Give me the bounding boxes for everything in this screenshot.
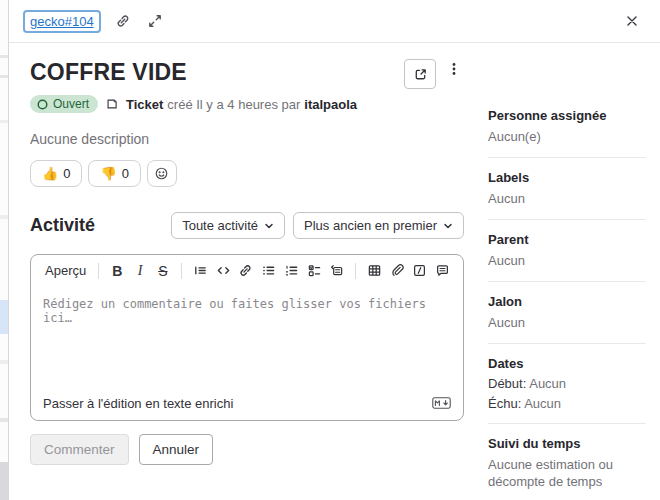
dates-label: Dates — [488, 356, 646, 371]
issue-sidebar: Personne assignée Aucun(e) Labels Aucun … — [464, 59, 646, 500]
activity-heading: Activité — [30, 215, 163, 236]
comment-actions: Commenter Annuler — [30, 434, 464, 465]
issue-reference-link[interactable]: gecko#104 — [23, 10, 101, 33]
background-page-sliver — [0, 0, 9, 500]
assignee-label: Personne assignée — [488, 108, 646, 123]
expand-drawer-button[interactable] — [145, 11, 165, 31]
milestone-label: Jalon — [488, 294, 646, 309]
open-in-full-view-button[interactable] — [404, 59, 436, 89]
bullet-list-button[interactable] — [258, 259, 279, 283]
start-date-label: Début: — [488, 376, 526, 391]
thumbs-up-count: 0 — [63, 166, 70, 181]
issue-main-column: COFFRE VIDE — [21, 59, 464, 500]
chevron-down-icon — [264, 221, 274, 231]
sidebar-section-milestone[interactable]: Jalon Aucun — [488, 282, 646, 344]
created-text: créé Il y a 4 heures par — [167, 97, 300, 112]
numbered-list-button[interactable] — [281, 259, 302, 283]
activity-filter-label: Toute activité — [182, 218, 258, 233]
smiley-icon — [154, 166, 169, 181]
award-emoji-row: 👍 0 👎 0 — [30, 160, 464, 187]
editor-toolbar: Aperçu B I S — [31, 255, 463, 286]
author-name[interactable]: italpaola — [304, 97, 357, 112]
markdown-icon — [432, 397, 451, 409]
issue-type-label: Ticket — [126, 97, 163, 112]
table-icon — [367, 263, 382, 278]
bullet-list-icon — [261, 263, 276, 278]
close-drawer-button[interactable] — [620, 9, 644, 33]
kebab-menu-icon — [447, 61, 461, 77]
status-badge: Ouvert — [30, 95, 98, 113]
close-icon — [624, 13, 640, 29]
milestone-value: Aucun — [488, 314, 646, 331]
comment-editor: Aperçu B I S — [30, 254, 464, 421]
cancel-button[interactable]: Annuler — [139, 434, 214, 465]
activity-sort-label: Plus ancien en premier — [304, 218, 437, 233]
slash-command-icon — [412, 263, 427, 278]
sidebar-section-parent[interactable]: Parent Aucun — [488, 220, 646, 282]
expand-icon — [147, 13, 163, 29]
sidebar-section-labels[interactable]: Labels Aucun — [488, 158, 646, 220]
parent-value: Aucun — [488, 252, 646, 269]
preview-button[interactable]: Aperçu — [41, 263, 90, 278]
comment-submit-button[interactable]: Commenter — [30, 434, 129, 465]
issue-drawer: gecko#104 — [9, 0, 660, 500]
link-icon — [238, 263, 253, 278]
strikethrough-button[interactable]: S — [153, 259, 174, 283]
open-in-full-icon — [413, 67, 428, 82]
code-icon — [216, 263, 231, 278]
quick-actions-button[interactable] — [410, 259, 431, 283]
blockquote-icon — [193, 263, 208, 278]
task-list-button[interactable] — [304, 259, 325, 283]
empty-description-text: Aucune description — [30, 131, 464, 147]
due-date-value: Aucun — [524, 396, 561, 411]
link-icon — [115, 13, 131, 29]
toolbar-divider — [181, 263, 182, 279]
italic-button[interactable]: I — [130, 259, 151, 283]
switch-to-rich-text-button[interactable]: Passer à l'édition en texte enrichi — [43, 396, 233, 411]
open-circle-icon — [36, 98, 49, 111]
time-tracking-value: Aucune estimation ou décompte de temps — [488, 456, 646, 490]
page-title: COFFRE VIDE — [30, 59, 404, 86]
due-date-row: Échu: Aucun — [488, 396, 646, 411]
activity-sort-dropdown[interactable]: Plus ancien en premier — [293, 212, 464, 239]
more-actions-button[interactable] — [444, 59, 464, 79]
blockquote-button[interactable] — [190, 259, 211, 283]
sidebar-section-dates[interactable]: Dates Début: Aucun Échu: Aucun — [488, 344, 646, 424]
bold-button[interactable]: B — [107, 259, 128, 283]
thumbs-up-icon: 👍 — [42, 166, 58, 181]
time-tracking-label: Suivi du temps — [488, 436, 646, 451]
toolbar-divider — [355, 263, 356, 279]
labels-label: Labels — [488, 170, 646, 185]
status-badge-label: Ouvert — [53, 97, 89, 111]
thumbs-up-button[interactable]: 👍 0 — [30, 160, 82, 187]
ticket-type-icon — [105, 97, 119, 111]
thumbs-down-count: 0 — [122, 166, 129, 181]
parent-label: Parent — [488, 232, 646, 247]
thumbs-down-button[interactable]: 👎 0 — [88, 160, 140, 187]
assignee-value: Aucun(e) — [488, 128, 646, 145]
due-date-label: Échu: — [488, 396, 521, 411]
numbered-list-icon — [284, 263, 299, 278]
activity-header-row: Activité Toute activité Plus ancien en p… — [30, 212, 464, 239]
attach-file-button[interactable] — [387, 259, 408, 283]
code-button[interactable] — [213, 259, 234, 283]
comment-template-icon — [435, 263, 450, 278]
sidebar-section-time-tracking[interactable]: Suivi du temps Aucune estimation ou déco… — [488, 424, 646, 500]
editor-footer: Passer à l'édition en texte enrichi — [31, 392, 463, 420]
paperclip-icon — [390, 263, 405, 278]
issue-meta-row: Ouvert Ticket créé Il y a 4 heures par i… — [30, 95, 464, 113]
start-date-value: Aucun — [529, 376, 566, 391]
sidebar-section-assignee[interactable]: Personne assignée Aucun(e) — [488, 108, 646, 158]
copy-link-button[interactable] — [113, 11, 133, 31]
start-date-row: Début: Aucun — [488, 376, 646, 391]
activity-filter-dropdown[interactable]: Toute activité — [171, 212, 285, 239]
comment-templates-button[interactable] — [432, 259, 453, 283]
insert-link-button[interactable] — [236, 259, 257, 283]
comment-input[interactable] — [31, 286, 463, 392]
add-reaction-button[interactable] — [147, 160, 177, 187]
labels-value: Aucun — [488, 190, 646, 207]
insert-table-button[interactable] — [364, 259, 385, 283]
chevron-down-icon — [443, 221, 453, 231]
collapsible-section-button[interactable] — [327, 259, 348, 283]
thumbs-down-icon: 👎 — [100, 166, 116, 181]
